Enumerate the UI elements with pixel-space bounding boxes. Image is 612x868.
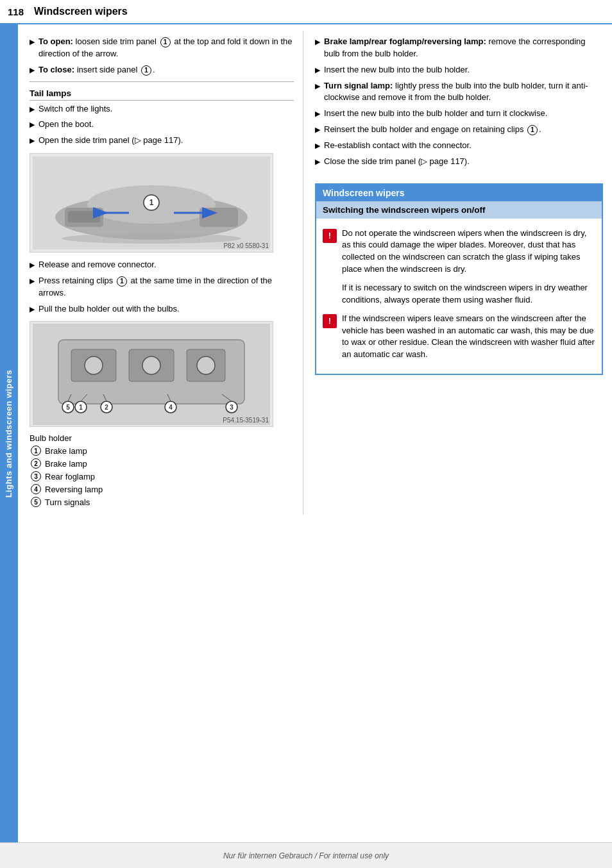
page-number: 118 bbox=[8, 6, 24, 17]
arrow-icon: ▶ bbox=[30, 136, 35, 146]
bullet-pull-holder: ▶ Pull the bulb holder out with the bulb… bbox=[30, 303, 294, 315]
bullet-press-clips: ▶ Press retaining clips 1 at the same ti… bbox=[30, 275, 294, 299]
bullet-open-side-trim: ▶ Open the side trim panel (▷ page 117). bbox=[30, 135, 294, 147]
bulb-num-3: 3 bbox=[31, 471, 41, 481]
bullet-close-side: ▶ Close the side trim panel (▷ page 117)… bbox=[315, 156, 603, 168]
press-clips-text: Press retaining clips bbox=[38, 276, 115, 285]
arrow-icon: ▶ bbox=[315, 125, 320, 135]
arrow-icon: ▶ bbox=[30, 104, 35, 114]
bullet-release-connector: ▶ Release and remove connector. bbox=[30, 259, 294, 271]
content-wrapper: ▶ To open: loosen side trim panel 1 at t… bbox=[18, 24, 612, 521]
car-image-label: P82 x0 5580-31 bbox=[223, 242, 269, 249]
to-close-text: insert side panel bbox=[74, 65, 140, 74]
svg-text:3: 3 bbox=[230, 404, 234, 411]
bulb-image: 1 2 3 4 5 P54.15-3519-31 bbox=[30, 321, 273, 427]
info-text-1: If it is necessary to switch on the wind… bbox=[342, 282, 595, 306]
reinsert-text: Reinsert the bulb holder and engage on r… bbox=[324, 124, 526, 134]
bullet-open-boot: ▶ Open the boot. bbox=[30, 119, 294, 131]
arrow-icon: ▶ bbox=[315, 109, 320, 119]
arrow-icon: ▶ bbox=[30, 260, 35, 270]
bullet-to-close: ▶ To close: insert side panel 1. bbox=[30, 64, 294, 76]
bulb-item-5: 5 Turn signals bbox=[30, 497, 294, 507]
warning-icon-2: ! bbox=[323, 314, 337, 328]
windscreen-section: Windscreen wipers Switching the windscre… bbox=[315, 183, 603, 375]
svg-text:1: 1 bbox=[149, 198, 154, 207]
brake-lamp-label: Brake lamp/rear foglamp/reversing lamp: bbox=[324, 37, 486, 46]
bulb-item-1: 1 Brake lamp bbox=[30, 446, 294, 456]
bulb-num-4: 4 bbox=[31, 484, 41, 494]
svg-point-17 bbox=[142, 356, 160, 374]
bulb-svg: 1 2 3 4 5 bbox=[33, 324, 270, 425]
circle-1: 1 bbox=[160, 37, 171, 47]
circle-1c: 1 bbox=[117, 276, 127, 287]
arrow-icon: ▶ bbox=[315, 81, 320, 91]
car-svg: 1 bbox=[33, 156, 270, 249]
svg-text:5: 5 bbox=[66, 404, 70, 411]
bullet-insert-turn: ▶ Insert the new bulb into the bulb hold… bbox=[315, 108, 603, 120]
insert-new-bulb-text: Insert the new bulb into the bulb holder… bbox=[324, 64, 603, 76]
bullet-brake-lamp: ▶ Brake lamp/rear foglamp/reversing lamp… bbox=[315, 36, 603, 60]
svg-text:2: 2 bbox=[105, 404, 108, 411]
pull-holder-text: Pull the bulb holder out with the bulbs. bbox=[38, 303, 294, 315]
bulb-list: Bulb holder 1 Brake lamp 2 Brake lamp 3 … bbox=[30, 433, 294, 507]
svg-text:1: 1 bbox=[79, 404, 83, 411]
arrow-icon: ▶ bbox=[315, 141, 320, 151]
warning-block-1: ! Do not operate the windscreen wipers w… bbox=[323, 228, 595, 276]
side-tab-label: Lights and windscreen wipers bbox=[4, 369, 14, 497]
header-title: Windscreen wipers bbox=[34, 6, 128, 17]
left-column: ▶ To open: loosen side trim panel 1 at t… bbox=[18, 31, 303, 515]
bulb-label-5: Turn signals bbox=[45, 497, 90, 507]
to-open-label: To open: bbox=[38, 37, 73, 46]
warning-icon-1: ! bbox=[323, 229, 337, 243]
footer-text: Nur für internen Gebrauch / For internal… bbox=[223, 851, 389, 860]
arrow-icon: ▶ bbox=[30, 305, 35, 314]
bulb-item-3: 3 Rear foglamp bbox=[30, 471, 294, 481]
svg-rect-5 bbox=[68, 211, 100, 222]
top-section: ▶ To open: loosen side trim panel 1 at t… bbox=[30, 36, 294, 76]
arrow-icon: ▶ bbox=[30, 65, 35, 75]
switching-header: Switching the windscreen wipers on/off bbox=[316, 201, 602, 219]
bullet-reinsert: ▶ Reinsert the bulb holder and engage on… bbox=[315, 124, 603, 136]
footer: Nur für internen Gebrauch / For internal… bbox=[0, 842, 612, 868]
bullet-re-establish: ▶ Re-establish contact with the connecto… bbox=[315, 140, 603, 152]
to-close-label: To close: bbox=[38, 65, 74, 74]
arrow-icon: ▶ bbox=[315, 37, 320, 47]
bulb-item-2: 2 Brake lamp bbox=[30, 458, 294, 469]
windscreen-section-header: Windscreen wipers bbox=[316, 185, 602, 201]
svg-text:4: 4 bbox=[169, 404, 173, 411]
bullet-insert-new-bulb: ▶ Insert the new bulb into the bulb hold… bbox=[315, 64, 603, 76]
turn-signal-label: Turn signal lamp: bbox=[324, 81, 393, 90]
bullet-to-open: ▶ To open: loosen side trim panel 1 at t… bbox=[30, 36, 294, 60]
bulb-num-2: 2 bbox=[31, 458, 41, 469]
right-column: ▶ Brake lamp/rear foglamp/reversing lamp… bbox=[303, 31, 612, 515]
bulb-label-1: Brake lamp bbox=[45, 446, 87, 456]
arrow-icon: ▶ bbox=[30, 276, 35, 286]
arrow-icon: ▶ bbox=[315, 65, 320, 75]
warning1-text: Do not operate the windscreen wipers whe… bbox=[342, 228, 595, 276]
bulb-label-2: Brake lamp bbox=[45, 459, 87, 469]
side-tab: Lights and windscreen wipers bbox=[0, 24, 18, 842]
open-side-trim-text: Open the side trim panel (▷ page 117). bbox=[38, 135, 294, 147]
warning2-text: If the windscreen wipers leave smears on… bbox=[342, 313, 595, 361]
to-open-text: loosen side trim panel bbox=[73, 37, 159, 46]
svg-point-10 bbox=[62, 233, 241, 244]
divider1 bbox=[30, 81, 294, 82]
bulb-num-1: 1 bbox=[31, 446, 41, 456]
header-bar: 118 Windscreen wipers bbox=[0, 0, 612, 24]
bulb-label-3: Rear foglamp bbox=[45, 472, 95, 481]
insert-turn-text: Insert the new bulb into the bulb holder… bbox=[324, 108, 603, 120]
svg-point-18 bbox=[197, 356, 215, 374]
bullet-switch-off: ▶ Switch off the lights. bbox=[30, 103, 294, 115]
arrow-icon: ▶ bbox=[30, 120, 35, 129]
svg-point-16 bbox=[85, 356, 103, 374]
bulb-holder-label-text: Bulb holder bbox=[30, 433, 294, 443]
re-establish-text: Re-establish contact with the connector. bbox=[324, 140, 603, 152]
circle-1b: 1 bbox=[141, 65, 151, 76]
release-connector-text: Release and remove connector. bbox=[38, 259, 294, 271]
bulb-holder-label: Bulb holder bbox=[30, 433, 72, 443]
bulb-num-5: 5 bbox=[31, 497, 41, 507]
bulb-label-4: Reversing lamp bbox=[45, 485, 103, 494]
tail-lamps-heading: Tail lamps bbox=[30, 88, 294, 101]
open-boot-text: Open the boot. bbox=[38, 119, 294, 131]
bulb-item-4: 4 Reversing lamp bbox=[30, 484, 294, 494]
